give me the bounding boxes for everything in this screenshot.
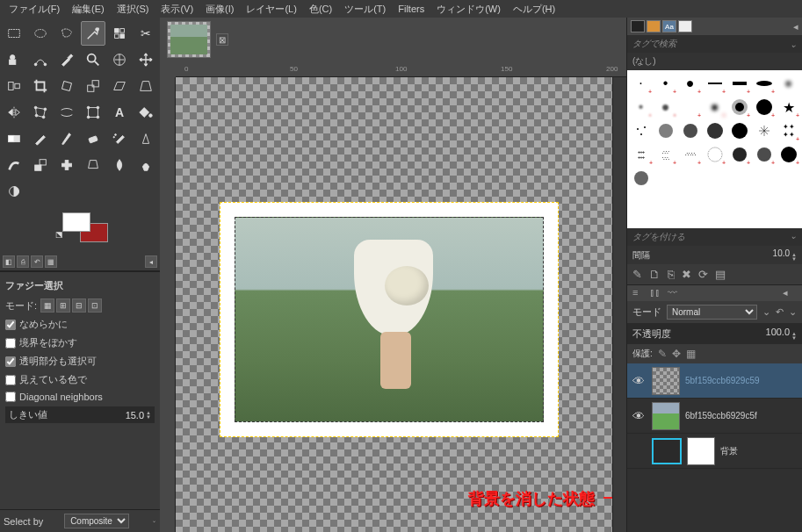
tool-airbrush[interactable] [107,126,132,151]
brush-search-chevron-icon[interactable]: ⌄ [790,40,797,49]
brush-item[interactable]: ∴∵∴+ [678,143,702,166]
threshold-input[interactable] [109,410,144,421]
mode-subtract-icon[interactable]: ⊟ [72,298,86,313]
brush-new-icon[interactable]: 🗋 [649,268,661,281]
feather-checkbox[interactable] [5,338,16,349]
tool-dodge-burn[interactable] [2,179,26,204]
brush-item[interactable]: + [727,143,751,166]
mode-switch-icon[interactable]: ⌄ [789,306,797,318]
brush-item[interactable]: + [752,96,776,119]
tool-flip[interactable] [2,100,26,125]
tool-align[interactable] [2,74,26,98]
brush-item[interactable] [678,119,702,142]
menu-layer[interactable]: レイヤー(L) [241,1,301,18]
layer-name-label[interactable]: 6bf159ccb6929c5f [685,411,798,421]
tool-foreground-select[interactable] [2,47,26,72]
brush-delete-icon[interactable]: ✖ [682,268,691,281]
tool-rotate[interactable] [54,74,79,98]
dock-tab-tool-options[interactable]: ◧ [3,255,15,268]
foreground-color[interactable] [62,212,90,232]
brush-item[interactable]: •+ [654,72,677,95]
tool-color-picker[interactable] [54,47,79,72]
brush-item[interactable]: ★+ [777,96,800,119]
layers-menu-icon[interactable]: ◂ [783,287,797,299]
brush-item[interactable]: ·+ [629,72,653,95]
lock-alpha-icon[interactable]: ▦ [686,348,696,360]
document-tab[interactable] [167,21,211,58]
menu-edit[interactable]: 編集(E) [67,1,110,18]
brush-item[interactable]: + [752,143,776,166]
tool-gradient[interactable] [2,126,26,151]
menu-image[interactable]: 画像(I) [200,1,239,18]
rtab-fonts-icon[interactable]: Aa [662,20,676,32]
dock-tab-history[interactable]: ↶ [31,255,43,268]
tool-zoom[interactable] [81,47,105,72]
layer-thumbnail[interactable] [687,437,715,465]
layer-item[interactable]: 👁 5bf159ccb6929c59 [627,363,802,399]
brush-item[interactable]: ● [777,72,800,95]
menu-tools[interactable]: ツール(T) [339,1,391,18]
tool-clone[interactable] [28,153,53,177]
rtab-patterns-icon[interactable] [647,20,661,32]
tool-ellipse-select[interactable] [28,21,53,46]
dock-tab-menu[interactable]: ◂ [145,255,157,268]
brush-item[interactable]: + [678,96,702,119]
tool-scissors[interactable]: ✂ [134,21,158,46]
select-by-dropdown[interactable]: Composite [64,514,129,528]
brush-item[interactable] [629,119,653,142]
brush-item[interactable] [752,119,776,142]
threshold-stepper[interactable]: ▲▼ [146,411,151,420]
menu-filters[interactable]: Filters [393,2,430,16]
tool-scale[interactable] [81,74,105,98]
tool-smudge[interactable] [134,153,158,177]
ruler-horizontal[interactable]: 0 50 100 150 200 [176,61,626,77]
layer-item[interactable]: 👁 6bf159ccb6929c5f [627,399,802,434]
tool-mypaint[interactable] [2,153,26,177]
brush-item[interactable]: + [703,143,726,166]
menu-help[interactable]: ヘルプ(H) [508,1,560,18]
tool-ink[interactable] [134,126,158,151]
brush-item[interactable] [727,119,751,142]
brush-item[interactable]: ∴∵∵∴+ [654,143,677,166]
layers-tab-icon[interactable]: ≡ [632,287,647,299]
tool-unified-transform[interactable] [81,100,105,125]
mode-intersect-icon[interactable]: ⊡ [88,298,102,313]
sample-merged-checkbox[interactable] [5,375,16,385]
mode-reset-icon[interactable]: ↶ [776,306,784,318]
brush-item[interactable]: ●+ [703,96,726,119]
lock-position-icon[interactable]: ✥ [672,348,681,360]
rtab-document-icon[interactable] [678,20,692,32]
tool-heal[interactable] [54,153,79,177]
canvas[interactable]: 背景を消した状態 [176,77,612,532]
brush-item[interactable]: + [752,72,776,95]
brush-item[interactable] [703,119,726,142]
opacity-value[interactable]: 100.0 [766,327,791,337]
spacing-value[interactable]: 10.0 [773,248,790,258]
tool-warp[interactable] [54,100,79,125]
tool-perspective-clone[interactable] [81,153,105,177]
brush-item[interactable]: + [727,96,751,119]
brush-refresh-icon[interactable]: ⟳ [698,268,708,281]
tool-shear[interactable] [107,74,132,98]
vertical-scrollbar[interactable] [612,77,626,532]
tool-cage[interactable] [28,100,53,125]
brush-tag-input[interactable]: タグを付ける [632,231,685,243]
brush-search-input[interactable]: タグで検索 [632,38,676,50]
diagonal-checkbox[interactable] [5,392,16,402]
menu-view[interactable]: 表示(V) [155,1,199,18]
mode-chevron-icon[interactable]: ⌄ [762,306,770,318]
menu-windows[interactable]: ウィンドウ(W) [431,1,506,18]
mode-add-icon[interactable]: ⊞ [56,298,70,313]
layer-item[interactable]: 背景 [627,434,802,469]
mode-replace-icon[interactable]: ▦ [40,298,54,313]
tool-rect-select[interactable] [2,21,26,46]
layer-thumbnail[interactable] [652,367,680,395]
ruler-vertical[interactable] [160,77,176,532]
tool-crop[interactable] [28,74,53,98]
layer-name-label[interactable]: 背景 [720,445,798,457]
layer-name-label[interactable]: 5bf159ccb6929c59 [685,376,798,385]
tool-fuzzy-select[interactable] [81,21,105,46]
tool-free-select[interactable] [54,21,79,46]
brush-open-icon[interactable]: ▤ [715,268,726,281]
rtab-menu-icon[interactable]: ◂ [793,21,798,32]
